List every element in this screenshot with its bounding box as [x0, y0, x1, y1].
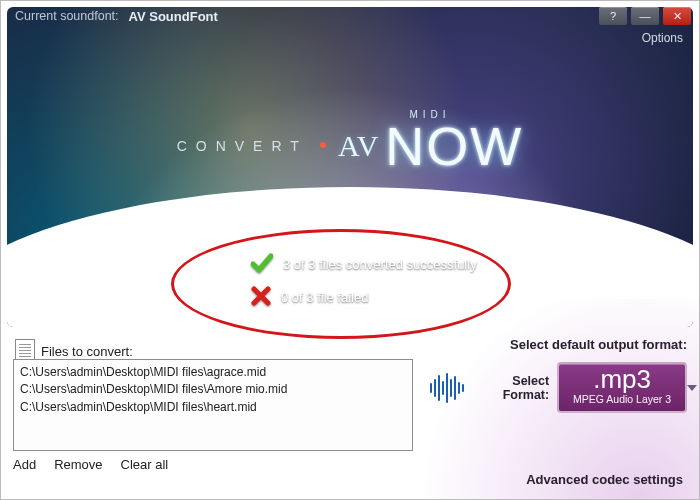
list-item[interactable]: C:\Users\admin\Desktop\MIDI files\Amore … [20, 381, 406, 398]
options-link[interactable]: Options [642, 31, 683, 45]
status-success-text: 3 of 3 files converted successfully [283, 257, 477, 272]
list-item[interactable]: C:\Users\admin\Desktop\MIDI files\agrace… [20, 364, 406, 381]
logo-av: AV [338, 129, 379, 163]
file-actions: Add Remove Clear all [13, 457, 168, 472]
app-window: Current soundfont: AV SoundFont ? — ✕ Op… [0, 0, 700, 500]
window-buttons: ? — ✕ [599, 7, 691, 25]
advanced-codec-settings-link[interactable]: Advanced codec settings [526, 472, 683, 487]
help-button[interactable]: ? [599, 7, 627, 25]
app-logo: MIDI CONVERT AV NOW [1, 109, 699, 171]
close-button[interactable]: ✕ [663, 7, 691, 25]
status-failed-row: 0 of 3 file failed [251, 286, 477, 309]
logo-convert: CONVERT [177, 138, 308, 154]
chevron-down-icon [687, 385, 697, 391]
logo-dot-icon [320, 142, 326, 148]
check-icon [251, 253, 273, 276]
status-failed-text: 0 of 3 file failed [281, 290, 368, 305]
files-list[interactable]: C:\Users\admin\Desktop\MIDI files\agrace… [13, 359, 413, 451]
logo-now: NOW [385, 122, 523, 171]
select-format-label: Select Format: [475, 374, 549, 402]
format-extension: .mp3 [563, 366, 681, 392]
output-header: Select default output format: [427, 337, 687, 352]
soundfont-name: AV SoundFont [129, 9, 218, 24]
files-label: Files to convert: [41, 344, 133, 359]
conversion-status: 3 of 3 files converted successfully 0 of… [251, 253, 477, 319]
remove-button[interactable]: Remove [54, 457, 102, 472]
add-button[interactable]: Add [13, 457, 36, 472]
soundfont-label: Current soundfont: [15, 9, 119, 23]
minimize-button[interactable]: — [631, 7, 659, 25]
list-item[interactable]: C:\Users\admin\Desktop\MIDI files\heart.… [20, 399, 406, 416]
format-description: MPEG Audio Layer 3 [563, 393, 681, 405]
title-bar: Current soundfont: AV SoundFont ? — ✕ [15, 7, 691, 25]
cross-icon [251, 286, 271, 309]
format-selector[interactable]: .mp3 MPEG Audio Layer 3 [557, 362, 687, 413]
status-success-row: 3 of 3 files converted successfully [251, 253, 477, 276]
clear-all-button[interactable]: Clear all [121, 457, 169, 472]
output-panel: Select default output format: Select For… [427, 337, 687, 413]
waveform-icon [427, 371, 467, 405]
